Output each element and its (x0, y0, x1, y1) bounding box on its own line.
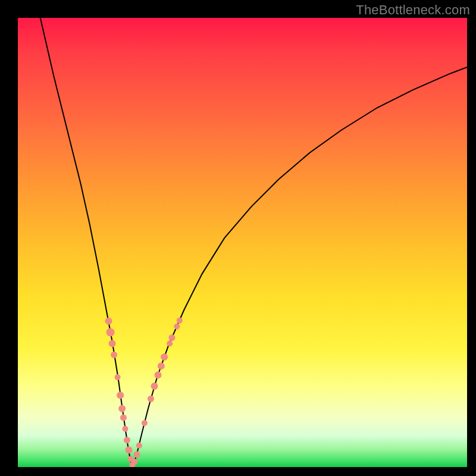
scatter-marker (158, 362, 165, 369)
scatter-marker (122, 426, 128, 432)
bottleneck-curve-right (133, 67, 467, 467)
scatter-marker (155, 371, 162, 378)
scatter-marker (120, 414, 127, 421)
plot-area (18, 18, 467, 467)
watermark-text: TheBottleneck.com (356, 2, 470, 18)
scatter-marker (167, 340, 173, 346)
scatter-marker (115, 374, 121, 380)
scatter-marker (148, 396, 154, 402)
scatter-marker (117, 392, 124, 399)
scatter-markers (105, 318, 183, 467)
scatter-marker (151, 383, 158, 390)
chart-frame: TheBottleneck.com (0, 0, 476, 476)
scatter-marker (125, 446, 132, 453)
scatter-marker (109, 340, 116, 347)
scatter-marker (174, 324, 180, 330)
scatter-marker (134, 451, 140, 458)
chart-svg (18, 18, 467, 467)
scatter-marker (124, 437, 130, 443)
scatter-marker (111, 352, 117, 358)
scatter-marker (177, 318, 183, 324)
scatter-marker (131, 459, 137, 465)
scatter-marker (118, 405, 126, 412)
scatter-marker (168, 334, 175, 341)
scatter-marker (142, 420, 148, 426)
scatter-marker (105, 318, 112, 325)
scatter-marker (107, 328, 115, 337)
bottleneck-curve-left (40, 18, 133, 467)
scatter-marker (136, 443, 142, 449)
scatter-marker (161, 353, 168, 361)
